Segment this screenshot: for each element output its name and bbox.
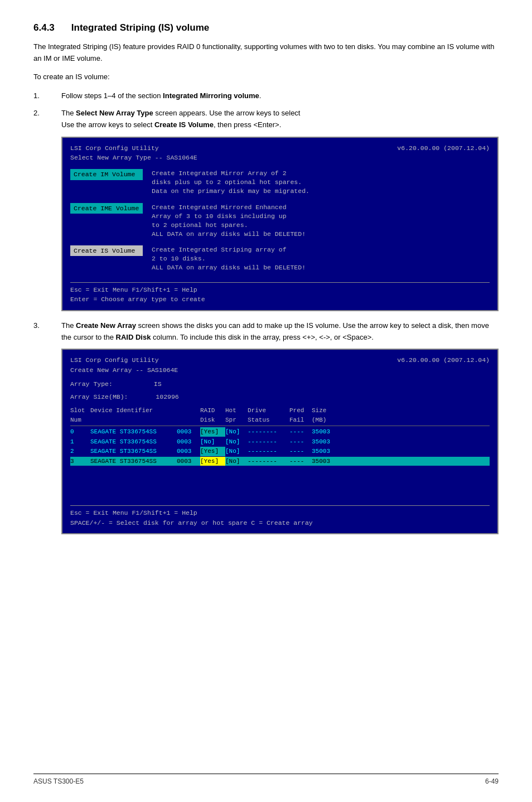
screen1-item-1-label: Create IM Volume bbox=[70, 169, 143, 180]
screen2-array-info: Array Type: IS bbox=[70, 379, 490, 389]
footer-right: 6-49 bbox=[485, 777, 499, 785]
section-number: 6.4.3 bbox=[33, 22, 55, 33]
screen1-item-2-label: Create IME Volume bbox=[70, 203, 143, 214]
screen2-footer: Esc = Exit Menu F1/Shift+1 = Help SPACE/… bbox=[70, 505, 490, 528]
screen1-footer: Esc = Exit Menu F1/Shift+1 = Help Enter … bbox=[70, 282, 490, 305]
step-2-num: 2. bbox=[33, 108, 61, 311]
terminal-spacer bbox=[70, 466, 490, 505]
step-1: 1. Follow steps 1–4 of the section Integ… bbox=[33, 90, 499, 102]
step-3-num: 3. bbox=[33, 320, 61, 534]
screen2-header: LSI Corp Config Utility v6.20.00.00 (200… bbox=[70, 355, 490, 365]
footer-left: ASUS TS300-E5 bbox=[33, 777, 84, 785]
step-3-content: The Create New Array screen shows the di… bbox=[61, 320, 499, 534]
terminal-screen-2: LSI Corp Config Utility v6.20.00.00 (200… bbox=[61, 349, 499, 534]
screen1-item-2: Create IME Volume Create Integrated Mirr… bbox=[70, 203, 490, 239]
step-2: 2. The Select New Array Type screen appe… bbox=[33, 108, 499, 311]
step-1-num: 1. bbox=[33, 90, 61, 102]
screen2-table: SlotNum Device Identifier RAIDDisk HotSp… bbox=[70, 406, 490, 466]
table-row-2: 2 SEAGATE ST336754SS 0003 [Yes] [No] ---… bbox=[70, 447, 490, 456]
step-1-text-plain: Follow steps 1–4 of the section bbox=[61, 91, 163, 100]
screen1-item-3-desc: Create Integrated Striping array of 2 to… bbox=[152, 245, 306, 272]
screen1-item-1: Create IM Volume Create Integrated Mirro… bbox=[70, 169, 490, 196]
table-row-1: 1 SEAGATE ST336754SS 0003 [No] [No] ----… bbox=[70, 437, 490, 447]
intro-para-1: The Integrated Striping (IS) feature pro… bbox=[33, 41, 499, 65]
screen1-header: LSI Corp Config Utility v6.20.00.00 (200… bbox=[70, 143, 490, 153]
step-3: 3. The Create New Array screen shows the… bbox=[33, 320, 499, 534]
step-1-after: . bbox=[259, 91, 262, 100]
steps-list: 1. Follow steps 1–4 of the section Integ… bbox=[33, 90, 499, 534]
step-2-content: The Select New Array Type screen appears… bbox=[61, 108, 499, 311]
step-2-text: The Select New Array Type screen appears… bbox=[61, 109, 300, 129]
step-3-text: The Create New Array screen shows the di… bbox=[61, 321, 489, 341]
section-heading: 6.4.3 Integrated Striping (IS) volume bbox=[33, 22, 499, 33]
step-1-content: Follow steps 1–4 of the section Integrat… bbox=[61, 90, 499, 102]
table-row-3: 3 SEAGATE ST336754SS 0003 [Yes] [No] ---… bbox=[70, 457, 490, 466]
screen2-subtitle: Create New Array -- SAS1064E bbox=[70, 365, 490, 375]
screen2-array-size: Array Size(MB): 102996 bbox=[70, 392, 490, 402]
intro-para-2: To create an IS volume: bbox=[33, 71, 499, 83]
screen1-item-2-desc: Create Integrated Mirrored Enhanced Arra… bbox=[152, 203, 306, 239]
screen1-item-3-label: Create IS Volume bbox=[70, 245, 143, 256]
terminal-screen-1: LSI Corp Config Utility v6.20.00.00 (200… bbox=[61, 137, 499, 311]
table-header: SlotNum Device Identifier RAIDDisk HotSp… bbox=[70, 406, 490, 426]
step-1-bold: Integrated Mirroring volume bbox=[163, 91, 259, 100]
section-title: Integrated Striping (IS) volume bbox=[71, 22, 209, 33]
screen1-item-1-desc: Create Integrated Mirror Array of 2 disk… bbox=[152, 169, 309, 196]
page-footer: ASUS TS300-E5 6-49 bbox=[33, 774, 499, 785]
screen1-subtitle: Select New Array Type -- SAS1064E bbox=[70, 153, 490, 162]
table-row-0: 0 SEAGATE ST336754SS 0003 [Yes] [No] ---… bbox=[70, 427, 490, 437]
screen1-item-3: Create IS Volume Create Integrated Strip… bbox=[70, 245, 490, 272]
